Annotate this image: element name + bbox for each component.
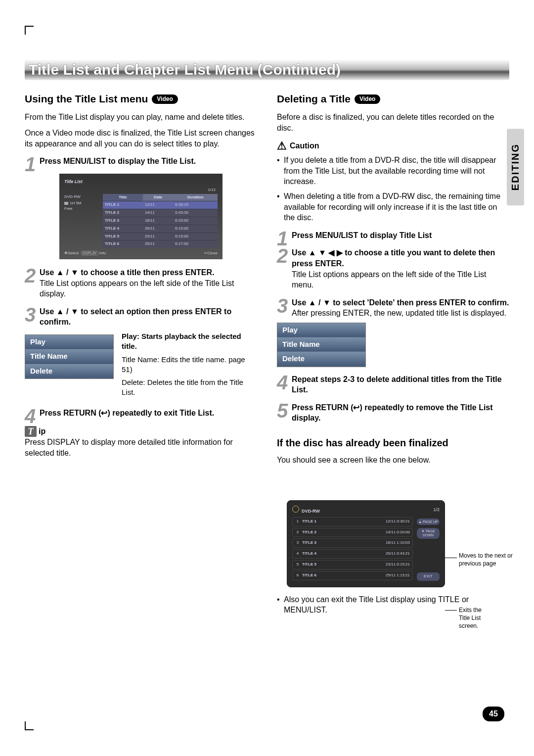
right-step-2-text: Use ▲ ▼ ◀ ▶ to choose a title you want t… (292, 248, 495, 268)
left-heading-text: Using the Title List menu (25, 92, 148, 106)
step-number-icon: 2 (277, 242, 288, 269)
step-number-icon: 4 (25, 403, 36, 429)
section-tab-editing: EDITING (507, 129, 524, 205)
right-step-5: 5 Press RETURN (↩) repeatedly to remove … (277, 402, 509, 424)
osd1-footer: ✥Select DISPLAY Info ↩Close (64, 251, 218, 256)
osd1-col-date: Date (143, 194, 173, 201)
table-row: TITLE 625/110:17:00 (103, 240, 218, 248)
warning-icon: ⚠ (277, 139, 287, 153)
annot-nextprev: Moves to the next or previous page (459, 552, 523, 567)
step-number-icon: 1 (25, 151, 36, 178)
osd1-table: Title Date Duration TITLE 112/110:30:15 … (103, 194, 218, 248)
finalized-heading: If the disc has already been finalized (277, 436, 509, 450)
option-delete: Delete (277, 352, 365, 366)
right-step-5-text: Press RETURN (↩) repeatedly to remove th… (292, 403, 493, 423)
step-number-icon: 5 (277, 397, 288, 424)
right-intro: Before a disc is finalized, you can dele… (277, 112, 509, 133)
crop-mark-tl (25, 26, 34, 35)
left-step-4-text: Press RETURN (↩) repeatedly to exit Titl… (40, 409, 214, 417)
left-intro-1: From the Title List display you can play… (25, 112, 257, 123)
left-intro-2: Once a Video mode disc is finalized, the… (25, 128, 257, 149)
osd1-left-info: DVD-RW 1H 5M Free (64, 194, 99, 248)
right-step-1: 1 Press MENU/LIST to display Title List (277, 230, 509, 241)
table-row: TITLE 523/110:15:00 (103, 233, 218, 240)
page-down-button: ▼ PAGE DOWN (417, 528, 440, 538)
video-badge: Video (152, 94, 178, 104)
finalized-osd: DVD-RW 1/2 1TITLE 112/11 0:30:21 2TITLE … (287, 500, 445, 587)
left-step-3-text: Use ▲ / ▼ to select an option then press… (40, 307, 231, 327)
left-column: Using the Title List menu Video From the… (25, 92, 257, 619)
exit-button: EXIT (417, 572, 440, 581)
osd1-disc-type: DVD-RW (64, 194, 99, 199)
tip-body: Press DISPLAY to display more detailed t… (25, 437, 257, 458)
right-heading: Deleting a Title Video (277, 92, 509, 106)
table-row: TITLE 112/110:30:15 (103, 201, 218, 209)
disc-usage-icon (64, 202, 68, 205)
option-delete: Delete (25, 364, 113, 378)
left-step-1: 1 Press MENU/LIST to display the Title L… (25, 156, 257, 167)
table-row: TITLE 214/110:43:30 (103, 209, 218, 217)
list-item: 5TITLE 523/11 0:15:21 (292, 560, 413, 569)
right-step-1-text: Press MENU/LIST to display Title List (292, 231, 432, 239)
left-step-3: 3 Use ▲ / ▼ to select an option then pre… (25, 306, 257, 328)
finalized-footer-list: Also you can exit the Title List display… (277, 594, 509, 615)
option-title-name: Title Name (25, 349, 113, 364)
video-badge: Video (355, 94, 380, 104)
step-number-icon: 2 (25, 262, 36, 289)
page-title-bar: Title List and Chapter List Menu (Contin… (25, 59, 509, 80)
page-up-button: ▲ PAGE UP (417, 519, 440, 525)
option-play: Play (277, 323, 365, 337)
right-heading-text: Deleting a Title (277, 92, 351, 106)
list-item: 1TITLE 112/11 0:30:21 (292, 517, 413, 526)
list-item: 3TITLE 318/11 1:10:03 (292, 538, 413, 548)
return-icon: ↩ (204, 251, 208, 255)
desc-title-name: Title Name: Edits the title name. page 5… (122, 355, 245, 374)
left-heading: Using the Title List menu Video (25, 92, 257, 106)
table-row: TITLE 318/110:33:00 (103, 217, 218, 225)
left-step-2-body: Title List options appears on the left s… (40, 278, 257, 299)
options-menu-right: Play Title Name Delete (277, 323, 366, 367)
tip-label: ip (39, 426, 45, 437)
right-step-4: 4 Repeat steps 2-3 to delete additional … (277, 374, 509, 395)
tip-heading: T ip (25, 426, 257, 437)
right-step-4-text: Repeat steps 2-3 to delete additional ti… (292, 375, 502, 394)
osd1-header: Title List (64, 179, 218, 185)
list-item: 4TITLE 420/11 0:43:21 (292, 549, 413, 559)
title-list-osd: Title List 1/12 DVD-RW 1H 5M Free Title … (59, 174, 222, 259)
finalized-intro: You should see a screen like the one bel… (277, 455, 509, 466)
right-step-2-body: Title List options appears on the left s… (292, 269, 509, 290)
options-menu-left: Play Title Name Delete (25, 334, 114, 379)
osd1-page-indicator: 1/12 (64, 188, 218, 193)
right-column: Deleting a Title Video Before a disc is … (277, 92, 509, 619)
osd2-disc-type: DVD-RW (302, 509, 320, 514)
caution-item: When deleting a title from a DVD-RW disc… (277, 191, 509, 223)
joystick-icon: ✥ (64, 251, 68, 255)
right-step-3: 3 Use ▲ / ▼ to select 'Delete' then pres… (277, 297, 509, 319)
caution-heading: ⚠ Caution (277, 139, 509, 153)
caution-list: If you delete a title from a DVD-R disc,… (277, 155, 509, 223)
desc-play: Play: Starts playback the selected title… (122, 332, 241, 350)
step-number-icon: 3 (277, 292, 288, 319)
option-title-name: Title Name (277, 337, 365, 352)
option-play: Play (25, 335, 113, 349)
right-step-3-text: Use ▲ / ▼ to select 'Delete' then press … (292, 298, 509, 307)
right-step-3-body: After pressing ENTER, the new, updated t… (292, 308, 509, 319)
left-step-2: 2 Use ▲ / ▼ to choose a title then press… (25, 267, 257, 299)
left-step-2-text: Use ▲ / ▼ to choose a title then press E… (40, 268, 215, 277)
crop-mark-bl (25, 721, 34, 730)
list-item: 6TITLE 625/11 1:13:21 (292, 571, 413, 580)
right-step-2: 2 Use ▲ ▼ ◀ ▶ to choose a title you want… (277, 247, 509, 290)
osd2-page: 1/2 (433, 507, 440, 513)
table-row: TITLE 420/110:10:00 (103, 225, 218, 233)
finalized-osd-wrap: Indicates total and current page number … (277, 500, 485, 587)
caution-item: If you delete a title from a DVD-R disc,… (277, 155, 509, 187)
page-title: Title List and Chapter List Menu (Contin… (29, 61, 505, 78)
left-step-4: 4 Press RETURN (↩) repeatedly to exit Ti… (25, 408, 257, 419)
left-step-1-text: Press MENU/LIST to display the Title Lis… (40, 157, 196, 165)
disc-icon (292, 506, 299, 513)
finalized-footer: Also you can exit the Title List display… (277, 594, 509, 615)
caution-label: Caution (290, 141, 319, 151)
osd1-col-duration: Duration (173, 194, 218, 201)
list-item: 2TITLE 214/11 0:20:00 (292, 528, 413, 537)
step-number-icon: 4 (277, 369, 288, 396)
